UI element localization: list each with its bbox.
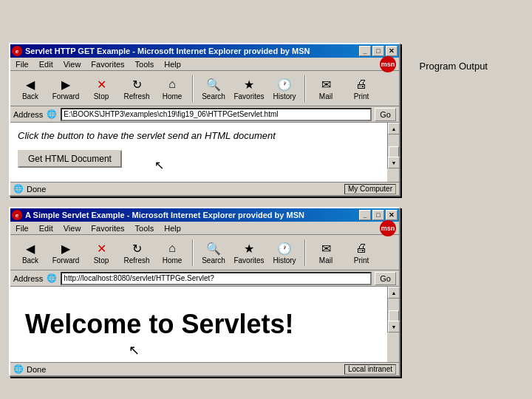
search-icon-2: 🔍 xyxy=(205,240,222,256)
scrollbar-v-2[interactable]: ▲ ▼ xyxy=(387,287,399,332)
status-bar-1: 🌐 Done My Computer xyxy=(10,182,399,195)
address-icon-2: 🌐 xyxy=(46,273,58,284)
title-bar-controls-2: _ □ ✕ xyxy=(359,210,398,220)
program-output-label: Program Output xyxy=(420,61,488,72)
print-button-2[interactable]: 🖨 Print xyxy=(344,237,378,268)
menu-bar-1: File Edit View Favorites Tools Help msn xyxy=(10,58,399,71)
print-icon-1: 🖨 xyxy=(352,76,370,92)
title-bar-text-1: e Servlet HTTP GET Example - Microsoft I… xyxy=(12,46,310,56)
menu-tools-1[interactable]: Tools xyxy=(133,60,157,69)
refresh-icon-1: ↻ xyxy=(128,76,146,92)
status-bar-2: 🌐 Done Local intranet xyxy=(10,362,399,375)
home-icon-1: ⌂ xyxy=(163,76,181,92)
menu-help-2[interactable]: Help xyxy=(162,224,183,233)
menu-file-1[interactable]: File xyxy=(13,60,31,69)
status-icon-1: 🌐 xyxy=(13,184,24,194)
search-button-1[interactable]: 🔍 Search xyxy=(197,73,231,104)
menu-edit-1[interactable]: Edit xyxy=(37,60,55,69)
address-input-1[interactable]: E:\BOOKS\JHTP3\examples\ch19\fig19_06\HT… xyxy=(61,108,372,121)
title-bar-1: e Servlet HTTP GET Example - Microsoft I… xyxy=(10,44,399,58)
scroll-down-2[interactable]: ▼ xyxy=(388,321,400,332)
search-button-2[interactable]: 🔍 Search xyxy=(197,237,231,268)
ie-window-2: e A Simple Servlet Example - Microsoft I… xyxy=(9,207,400,377)
history-button-2[interactable]: 🕐 History xyxy=(267,237,301,268)
scroll-up-1[interactable]: ▲ xyxy=(388,123,400,134)
window1-title: Servlet HTTP GET Example - Microsoft Int… xyxy=(25,47,310,55)
menu-bar-2: File Edit View Favorites Tools Help msn xyxy=(10,222,399,235)
print-button-1[interactable]: 🖨 Print xyxy=(344,73,378,104)
back-icon-1: ◀ xyxy=(21,76,39,92)
minimize-button-2[interactable]: _ xyxy=(359,210,371,220)
msn-logo-2: msn xyxy=(380,220,396,236)
scroll-up-2[interactable]: ▲ xyxy=(388,287,400,299)
go-button-1[interactable]: Go xyxy=(375,108,396,121)
minimize-button-1[interactable]: _ xyxy=(359,46,371,56)
content-wrapper-1: Click the button to have the servlet sen… xyxy=(10,123,399,182)
status-zone-1: My Computer xyxy=(344,184,396,194)
get-html-button[interactable]: Get HTML Document xyxy=(18,150,122,168)
menu-view-2[interactable]: View xyxy=(61,224,83,233)
content-area-1: Click the button to have the servlet sen… xyxy=(10,123,387,182)
toolbar-2: ◀ Back ▶ Forward ✕ Stop ↻ Refresh ⌂ Home… xyxy=(10,235,399,270)
refresh-button-1[interactable]: ↻ Refresh xyxy=(120,73,154,104)
mail-icon-2: ✉ xyxy=(317,240,335,256)
address-label-1: Address xyxy=(13,110,43,119)
mail-button-1[interactable]: ✉ Mail xyxy=(309,73,343,104)
msn-logo-1: msn xyxy=(380,56,396,72)
address-label-2: Address xyxy=(13,274,43,283)
search-icon-1: 🔍 xyxy=(205,76,222,92)
cursor-1: ↖ xyxy=(154,158,164,172)
print-icon-2: 🖨 xyxy=(352,240,370,256)
scroll-down-1[interactable]: ▼ xyxy=(388,157,400,168)
close-button-1[interactable]: ✕ xyxy=(386,46,398,56)
maximize-button-2[interactable]: □ xyxy=(372,210,384,220)
status-text-1: Done xyxy=(27,185,341,194)
content-wrapper-2: Welcome to Servlets! ↖ ▲ ▼ xyxy=(10,287,399,362)
refresh-icon-2: ↻ xyxy=(128,240,146,256)
menu-file-2[interactable]: File xyxy=(13,224,31,233)
title-bar-text-2: e A Simple Servlet Example - Microsoft I… xyxy=(12,210,304,220)
menu-edit-2[interactable]: Edit xyxy=(37,224,55,233)
back-button-1[interactable]: ◀ Back xyxy=(13,73,47,104)
stop-button-1[interactable]: ✕ Stop xyxy=(84,73,118,104)
menu-view-1[interactable]: View xyxy=(61,60,83,69)
close-button-2[interactable]: ✕ xyxy=(386,210,398,220)
menu-tools-2[interactable]: Tools xyxy=(133,224,157,233)
ie-window-1: e Servlet HTTP GET Example - Microsoft I… xyxy=(9,43,400,197)
stop-icon-1: ✕ xyxy=(92,76,110,92)
home-button-1[interactable]: ⌂ Home xyxy=(155,73,189,104)
back-button-2[interactable]: ◀ Back xyxy=(13,237,47,268)
toolbar-sep-1 xyxy=(192,75,194,102)
toolbar-sep-3 xyxy=(192,239,194,266)
address-bar-1: Address 🌐 E:\BOOKS\JHTP3\examples\ch19\f… xyxy=(10,106,399,123)
forward-button-2[interactable]: ▶ Forward xyxy=(49,237,83,268)
address-bar-2: Address 🌐 http://localhost:8080/servlet/… xyxy=(10,270,399,287)
address-icon-1: 🌐 xyxy=(46,109,58,120)
maximize-button-1[interactable]: □ xyxy=(372,46,384,56)
stop-button-2[interactable]: ✕ Stop xyxy=(84,237,118,268)
favorites-icon-2: ★ xyxy=(240,240,258,256)
address-input-2[interactable]: http://localhost:8080/servlet/HTTPGe.Ser… xyxy=(61,272,372,285)
forward-icon-2: ▶ xyxy=(57,240,75,256)
go-button-2[interactable]: Go xyxy=(375,272,396,285)
menu-favorites-1[interactable]: Favorites xyxy=(89,60,126,69)
ie-icon-1: e xyxy=(12,46,22,56)
history-icon-1: 🕐 xyxy=(276,76,293,92)
home-button-2[interactable]: ⌂ Home xyxy=(155,237,189,268)
menu-favorites-2[interactable]: Favorites xyxy=(89,224,126,233)
ie-icon-2: e xyxy=(12,210,22,220)
content-text-1: Click the button to have the servlet sen… xyxy=(18,130,372,141)
welcome-text: Welcome to Servlets! xyxy=(25,309,365,340)
forward-icon-1: ▶ xyxy=(57,76,75,92)
toolbar-sep-4 xyxy=(304,239,306,266)
favorites-button-1[interactable]: ★ Favorites xyxy=(232,73,266,104)
scrollbar-v-1[interactable]: ▲ ▼ xyxy=(387,123,399,168)
favorites-button-2[interactable]: ★ Favorites xyxy=(232,237,266,268)
forward-button-1[interactable]: ▶ Forward xyxy=(49,73,83,104)
title-bar-controls-1: _ □ ✕ xyxy=(359,46,398,56)
content-area-2: Welcome to Servlets! ↖ xyxy=(10,287,387,362)
mail-button-2[interactable]: ✉ Mail xyxy=(309,237,343,268)
refresh-button-2[interactable]: ↻ Refresh xyxy=(120,237,154,268)
menu-help-1[interactable]: Help xyxy=(162,60,183,69)
history-button-1[interactable]: 🕐 History xyxy=(267,73,301,104)
